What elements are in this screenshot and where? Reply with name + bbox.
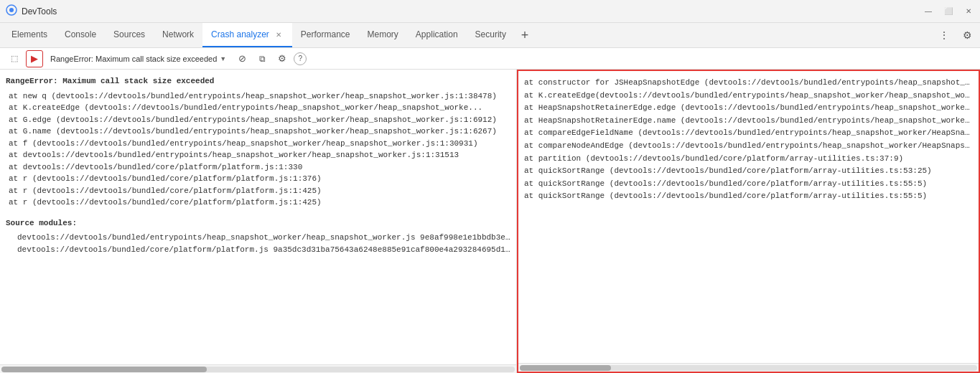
error-dropdown[interactable]: RangeError: Maximum call stack size exce… bbox=[46, 53, 230, 65]
right-stack-line: at HeapSnapshotRetainerEdge.edge (devtoo… bbox=[524, 102, 973, 115]
right-stack-line: at quickSortRange (devtools://devtools/b… bbox=[524, 190, 973, 203]
tab-console[interactable]: Console bbox=[56, 23, 105, 47]
tab-performance[interactable]: Performance bbox=[292, 23, 359, 47]
settings-icon[interactable]: ⚙ bbox=[274, 50, 291, 67]
source-module-line: devtools://devtools/bundled/entrypoints/… bbox=[6, 232, 510, 244]
settings-top-icon[interactable]: ⚙ bbox=[957, 25, 977, 45]
new-tab-icon[interactable]: ⬚ bbox=[6, 50, 23, 67]
right-scrollbar-thumb bbox=[520, 365, 611, 371]
tab-application[interactable]: Application bbox=[407, 23, 467, 47]
right-stack-line: at quickSortRange (devtools://devtools/b… bbox=[524, 178, 973, 191]
stack-line: at devtools://devtools/bundled/core/plat… bbox=[6, 161, 510, 174]
play-button[interactable]: ▶ bbox=[26, 50, 43, 67]
tab-bar-right: ⋮ ⚙ bbox=[934, 25, 977, 45]
left-scrollbar[interactable] bbox=[0, 364, 516, 373]
devtools-logo-icon bbox=[6, 4, 17, 18]
right-panel-content: at constructor for JSHeapSnapshotEdge (d… bbox=[518, 71, 979, 363]
error-title: RangeError: Maximum call stack size exce… bbox=[6, 75, 510, 88]
window-controls: — ⬜ ✕ bbox=[923, 6, 974, 17]
right-stack-line: at constructor for JSHeapSnapshotEdge (d… bbox=[524, 77, 973, 90]
right-panel: at constructor for JSHeapSnapshotEdge (d… bbox=[517, 70, 980, 373]
stack-line: at G.edge (devtools://devtools/bundled/e… bbox=[6, 114, 510, 126]
tab-bar: Elements Console Sources Network Crash a… bbox=[0, 23, 980, 48]
dropdown-arrow-icon: ▼ bbox=[220, 55, 226, 62]
tab-security[interactable]: Security bbox=[467, 23, 515, 47]
stack-line: at new q (devtools://devtools/bundled/en… bbox=[6, 90, 510, 103]
customize-icon[interactable]: ⋮ bbox=[934, 25, 954, 45]
right-stack-line: at compareNodeAndEdge (devtools://devtoo… bbox=[524, 140, 973, 153]
tab-memory[interactable]: Memory bbox=[359, 23, 407, 47]
stop-icon[interactable]: ⊘ bbox=[233, 50, 251, 67]
tab-sources[interactable]: Sources bbox=[105, 23, 154, 47]
left-panel: RangeError: Maximum call stack size exce… bbox=[0, 70, 517, 373]
close-button[interactable]: ✕ bbox=[963, 6, 974, 17]
stack-line: at f (devtools://devtools/bundled/entryp… bbox=[6, 138, 510, 150]
right-stack-line: at compareEdgeFieldName (devtools://devt… bbox=[524, 127, 973, 140]
maximize-button[interactable]: ⬜ bbox=[943, 6, 954, 17]
main-content: RangeError: Maximum call stack size exce… bbox=[0, 70, 980, 373]
add-tab-button[interactable]: + bbox=[515, 25, 535, 45]
title-bar: DevTools — ⬜ ✕ bbox=[0, 0, 980, 23]
tab-elements[interactable]: Elements bbox=[3, 23, 56, 47]
scrollbar-track bbox=[1, 367, 515, 372]
source-module-line: devtools://devtools/bundled/core/platfor… bbox=[6, 244, 510, 256]
stack-line: at devtools://devtools/bundled/entrypoin… bbox=[6, 149, 510, 161]
tab-crash-analyzer[interactable]: Crash analyzer ✕ bbox=[202, 23, 292, 47]
scrollbar-thumb bbox=[1, 367, 207, 372]
stack-trace: at new q (devtools://devtools/bundled/en… bbox=[6, 90, 510, 209]
source-modules-section: Source modules: devtools://devtools/bund… bbox=[6, 217, 510, 256]
right-stack-line: at K.createEdge(devtools://devtools/bund… bbox=[524, 90, 973, 103]
right-stack-line: at quickSortRange (devtools://devtools/b… bbox=[524, 165, 973, 178]
stack-line: at G.name (devtools://devtools/bundled/e… bbox=[6, 126, 510, 138]
right-stack-line: at partition (devtools://devtools/bundle… bbox=[524, 153, 973, 166]
stack-line: at r (devtools://devtools/bundled/core/p… bbox=[6, 185, 510, 197]
left-panel-content: RangeError: Maximum call stack size exce… bbox=[0, 70, 516, 364]
toolbar: ⬚ ▶ RangeError: Maximum call stack size … bbox=[0, 48, 980, 70]
stack-line: at r (devtools://devtools/bundled/core/p… bbox=[6, 173, 510, 185]
help-icon[interactable]: ? bbox=[294, 52, 307, 65]
right-scrollbar-track bbox=[520, 365, 977, 371]
tab-network[interactable]: Network bbox=[154, 23, 202, 47]
minimize-button[interactable]: — bbox=[923, 6, 934, 17]
source-modules-list: devtools://devtools/bundled/entrypoints/… bbox=[6, 232, 510, 255]
tab-close-crash-analyzer[interactable]: ✕ bbox=[274, 29, 284, 39]
right-stack-line: at HeapSnapshotRetainerEdge.name (devtoo… bbox=[524, 115, 973, 128]
stack-line: at r (devtools://devtools/bundled/core/p… bbox=[6, 197, 510, 209]
source-modules-title: Source modules: bbox=[6, 217, 510, 230]
error-label: RangeError: Maximum call stack size exce… bbox=[50, 55, 217, 63]
copy-icon[interactable]: ⧉ bbox=[253, 50, 271, 67]
stack-line: at K.createEdge (devtools://devtools/bun… bbox=[6, 102, 510, 114]
right-scrollbar[interactable] bbox=[518, 363, 979, 372]
svg-point-1 bbox=[9, 8, 14, 12]
title-text: DevTools bbox=[22, 6, 923, 16]
